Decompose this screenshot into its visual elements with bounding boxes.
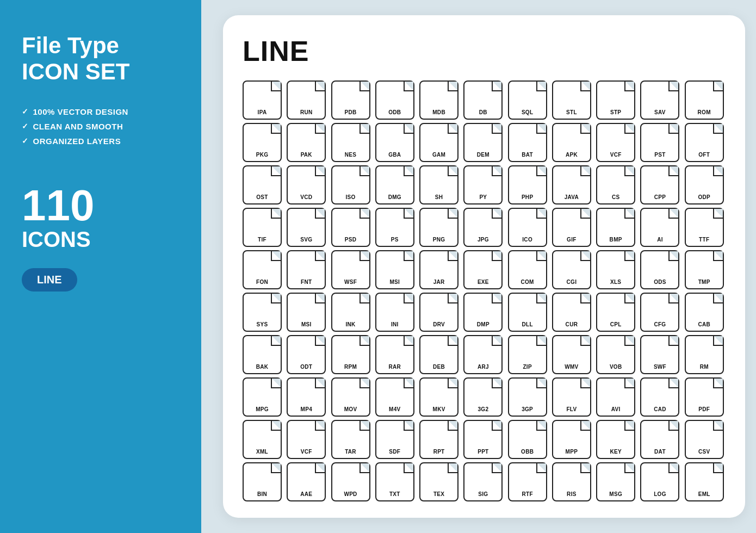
file-icon-dat: DAT [640,420,679,459]
file-icon-label: DLL [522,322,532,327]
file-icon-label: PDF [698,407,710,412]
file-icon-label: PSD [345,237,356,243]
icons-label: ICONS [22,227,179,252]
file-icon-py: PY [463,165,503,204]
file-icon-label: PS [391,237,399,243]
file-icon-label: ODB [388,110,401,115]
file-icon-label: BMP [610,237,622,243]
file-icon-label: AVI [611,407,621,412]
file-icon-msi: MSI [375,250,414,289]
file-icon-odp: ODP [685,165,724,204]
file-icon-iso: ISO [331,165,370,204]
sidebar-title: File TypeICON SET [22,33,179,85]
file-icon-label: RUN [300,110,313,115]
style-badge: LINE [22,268,77,292]
file-icon-label: TEX [433,492,444,497]
file-icon-txt: TXT [375,462,414,501]
file-icon-apk: APK [552,123,591,162]
file-icon-label: CGI [567,280,577,285]
file-icon-com: COM [508,250,547,289]
file-icon-label: TIF [258,237,267,243]
file-icon-rom: ROM [685,80,724,120]
file-icon-pdf: PDF [685,377,724,417]
file-icon-label: MPG [256,407,269,412]
file-icon-label: NES [345,152,356,158]
feature-vector: ✓100% VECTOR DESIGN [22,107,179,116]
file-icon-label: PKG [256,152,269,158]
file-icon-label: GAM [432,152,445,158]
icons-grid: IPARUNPDBODBMDBDBSQLSTLSTPSAVROMPKGPAKNE… [243,80,726,501]
file-icon-cpp: CPP [640,165,679,204]
file-icon-ppt: PPT [463,420,503,459]
file-icon-label: TTF [699,237,709,243]
file-icon-tif: TIF [243,208,282,247]
file-icon-pak: PAK [287,123,326,162]
file-icon-bmp: BMP [596,208,635,247]
file-icon-label: ROM [698,110,711,115]
file-icon-ttf: TTF [685,208,724,247]
file-icon-label: VCD [300,195,312,200]
file-icon-label: PAK [301,152,312,158]
file-icon-cad: CAD [640,377,679,417]
file-icon-ps: PS [375,208,414,247]
file-icon-stl: STL [552,80,591,120]
file-icon-mp4: MP4 [287,377,326,417]
file-icon-bak: BAK [243,335,282,374]
file-icon-label: PDB [345,110,357,115]
file-icon-msg: MSG [596,462,635,501]
file-icon-label: CPL [610,322,622,327]
file-icon-label: MKV [433,407,445,412]
file-icon-label: XML [256,449,268,455]
file-icon-label: COM [521,280,534,285]
file-icon-db: DB [463,80,503,120]
file-icon-ost: OST [243,165,282,204]
file-icon-label: VOB [610,364,622,370]
file-icon-deb: DEB [419,335,458,374]
file-icon-label: SDF [389,449,400,455]
file-icon-ris: RIS [552,462,591,501]
file-icon-vob: VOB [596,335,635,374]
file-icon-label: RTF [522,492,532,497]
file-icon-label: RM [700,364,709,370]
file-icon-label: MSI [389,280,400,285]
file-icon-label: GIF [567,237,577,243]
file-icon-fon: FON [243,250,282,289]
file-icon-rpt: RPT [419,420,458,459]
file-icon-psd: PSD [331,208,370,247]
file-icon-stp: STP [596,80,635,120]
file-icon-aae: AAE [287,462,326,501]
file-icon-label: SQL [522,110,533,115]
file-icon-label: MSG [609,492,622,497]
file-icon-label: STL [566,110,577,115]
file-icon-mpg: MPG [243,377,282,417]
file-icon-tar: TAR [331,420,370,459]
file-icon-avi: AVI [596,377,635,417]
file-icon-sql: SQL [508,80,547,120]
file-icon-label: BAT [522,152,533,158]
file-icon-label: MOV [344,407,357,412]
file-icon-obb: OBB [508,420,547,459]
check-icon: ✓ [22,122,29,131]
file-icon-php: PHP [508,165,547,204]
file-icon-label: PY [479,195,487,200]
file-icon-swf: SWF [640,335,679,374]
file-icon-label: WPD [344,492,357,497]
file-icon-pdb: PDB [331,80,370,120]
file-icon-label: DEB [433,364,445,370]
file-icon-label: GBA [388,152,401,158]
file-icon-ai: AI [640,208,679,247]
feature-clean: ✓CLEAN AND SMOOTH [22,122,179,131]
file-icon-sdf: SDF [375,420,414,459]
file-icon-label: ODS [654,280,666,285]
file-icon-odb: ODB [375,80,414,120]
file-icon-label: OFT [698,152,710,158]
file-icon-label: CSV [698,449,710,455]
file-icon-vcf: VCF [596,123,635,162]
file-icon-label: ZIP [523,364,531,370]
file-icon-label: CS [612,195,620,200]
file-icon-key: KEY [596,420,635,459]
file-icon-label: DEM [477,152,489,158]
file-icon-label: WSF [344,280,357,285]
file-icon-exe: EXE [463,250,503,289]
file-icon-label: SH [435,195,443,200]
